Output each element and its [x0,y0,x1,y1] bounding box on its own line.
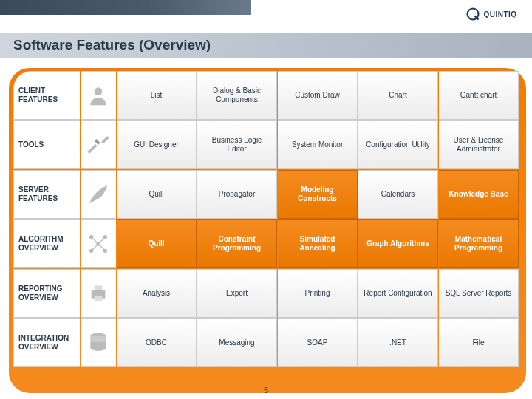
row-label: INTEGRATION OVERVIEW [13,318,80,367]
svg-line-11 [98,244,105,250]
row-label: TOOLS [13,120,80,169]
logo-q-icon [466,7,480,21]
feature-cell: SOAP [278,318,358,367]
page-title: Software Features (Overview) [13,37,211,53]
feature-cell: User & License Administrator [439,120,519,169]
feature-cell: System Monitor [278,120,358,169]
feature-cell: Constraint Programming [197,219,277,268]
feature-cell: ODBC [117,318,197,367]
feature-cell: Export [197,269,277,318]
svg-point-2 [95,87,103,95]
database-icon [81,318,116,367]
row-label: CLIENT FEATURES [13,71,80,120]
feature-cell: Configuration Utility [358,120,438,169]
feature-cell: GUI Designer [117,120,197,169]
row-label: REPORTING OVERVIEW [13,269,80,318]
logo-text: QUINTIQ [483,10,516,18]
svg-line-9 [98,237,105,244]
header-decoration [0,0,251,15]
feature-cell: Knowledge Base [439,170,519,219]
feature-cell: Quill [117,219,197,268]
feature-cell: Propagator [197,170,277,219]
feature-cell: Quill [117,170,197,219]
feature-cell: Simulated Annealing [278,219,358,268]
row-label: ALGORITHM OVERVIEW [13,219,80,268]
quill-icon [81,170,116,219]
tools-icon [81,120,116,169]
feature-grid: CLIENT FEATURESListDialog & Basic Compon… [13,71,519,367]
feature-cell: Modeling Constructs [278,170,358,219]
title-bar: Software Features (Overview) [0,33,532,58]
feature-cell: .NET [358,318,438,367]
feature-cell: Printing [278,269,358,318]
row-label: SERVER FEATURES [13,170,80,219]
feature-cell: Dialog & Basic Components [197,71,277,120]
feature-cell: Gantt chart [439,71,519,120]
feature-cell: Chart [358,71,438,120]
user-icon [81,71,116,120]
page-number: 5 [264,386,268,395]
feature-cell: List [117,71,197,120]
feature-cell: Messaging [197,318,277,367]
feature-cell: Graph Algorithms [358,219,438,268]
feature-cell: Calendars [358,170,438,219]
svg-rect-14 [95,296,103,301]
svg-rect-13 [95,285,103,290]
feature-cell: SQL Server Reports [439,269,519,318]
svg-line-8 [92,237,98,244]
network-icon [81,219,116,268]
feature-cell: File [439,318,519,367]
feature-cell: Report Configuration [358,269,438,318]
logo: QUINTIQ [451,0,532,28]
feature-cell: Business Logic Editor [197,120,277,169]
feature-cell: Analysis [117,269,197,318]
svg-line-10 [92,244,98,250]
feature-cell: Mathematical Programming [439,219,519,268]
feature-cell: Custom Draw [278,71,358,120]
printer-icon [81,269,116,318]
